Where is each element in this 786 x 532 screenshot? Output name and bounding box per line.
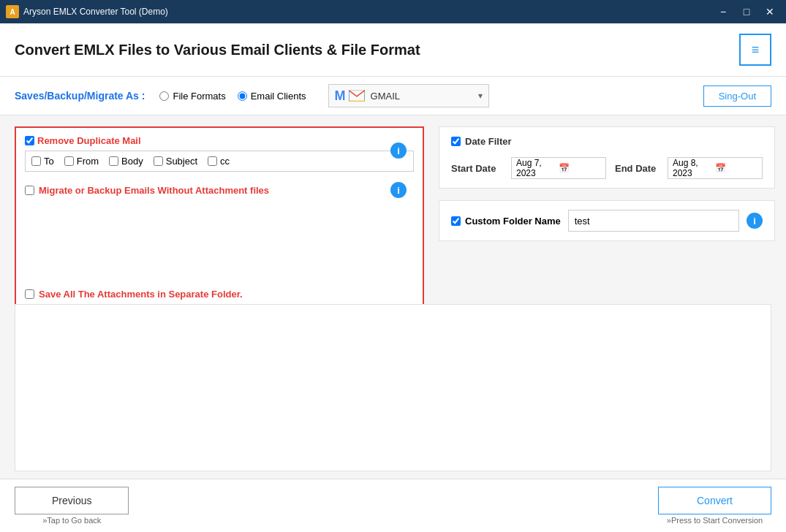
main-content: Convert EMLX Files to Various Email Clie… [0, 23, 786, 532]
custom-folder-label[interactable]: Custom Folder Name [451, 216, 561, 227]
start-calendar-icon[interactable]: 📅 [559, 163, 601, 173]
subject-checkbox[interactable] [154, 156, 163, 166]
signout-button[interactable]: Sing-Out [703, 86, 771, 107]
custom-folder-text: Custom Folder Name [465, 216, 561, 227]
email-clients-input[interactable] [238, 91, 247, 101]
log-area [15, 304, 771, 472]
to-checkbox-item[interactable]: To [31, 156, 54, 167]
from-checkbox-item[interactable]: From [64, 156, 99, 167]
bottom-left: Previous »Tap to Go back [15, 487, 129, 525]
minimize-button[interactable]: − [713, 1, 733, 22]
file-formats-input[interactable] [159, 91, 169, 101]
end-date-label: End Date [615, 163, 659, 174]
gmail-envelope-icon [349, 90, 365, 102]
attachments-section: Save All The Attachments in Separate Fol… [25, 281, 414, 300]
remove-duplicate-label: Remove Duplicate Mail [37, 135, 141, 146]
previous-button[interactable]: Previous [15, 487, 129, 514]
gmail-m-icon: M [335, 88, 346, 104]
title-bar-text: Aryson EMLX Converter Tool (Demo) [23, 7, 713, 17]
end-date-value: Aug 8, 2023 [673, 158, 715, 178]
app-icon: A [6, 5, 19, 18]
cc-checkbox-item[interactable]: cc [208, 156, 230, 167]
gmail-logo: M GMAIL [335, 88, 478, 104]
from-checkbox[interactable] [64, 156, 74, 166]
info-button-folder[interactable]: i [747, 213, 763, 229]
body-checkbox-item[interactable]: Body [109, 156, 143, 167]
radio-group: File Formats Email Clients [159, 91, 306, 102]
attachments-label: Save All The Attachments in Separate Fol… [39, 289, 243, 300]
content-area: Remove Duplicate Mail To From [0, 115, 786, 304]
from-label: From [77, 156, 99, 167]
attachments-checkbox-label[interactable]: Save All The Attachments in Separate Fol… [25, 289, 243, 300]
file-formats-label: File Formats [173, 91, 225, 102]
start-date-input[interactable]: Aug 7, 2023 📅 [511, 157, 606, 179]
email-clients-label: Email Clients [251, 91, 306, 102]
sub-checkboxes: To From Body Subject [25, 151, 414, 172]
migrate-label: Migrate or Backup Emails Without Attachm… [39, 185, 269, 196]
file-formats-radio[interactable]: File Formats [159, 91, 225, 102]
right-panel: Date Filter Start Date Aug 7, 2023 📅 End… [424, 126, 775, 293]
end-date-input[interactable]: Aug 8, 2023 📅 [668, 157, 763, 179]
date-filter-section: Date Filter Start Date Aug 7, 2023 📅 End… [439, 126, 775, 189]
date-filter-label: Date Filter [465, 136, 512, 147]
attachments-checkbox[interactable] [25, 289, 34, 299]
start-date-value: Aug 7, 2023 [516, 158, 559, 178]
remove-duplicate-checkbox[interactable] [25, 136, 34, 145]
gmail-dropdown[interactable]: M GMAIL ▾ [328, 84, 489, 107]
end-calendar-icon[interactable]: 📅 [715, 163, 757, 173]
migrate-checkbox-label[interactable]: Migrate or Backup Emails Without Attachm… [25, 185, 269, 196]
custom-folder-input[interactable] [568, 210, 739, 232]
dropdown-arrow-icon: ▾ [478, 91, 483, 101]
bottom-bar: Previous »Tap to Go back Convert »Press … [0, 479, 786, 532]
previous-sub-text: »Tap to Go back [42, 516, 101, 525]
title-bar: A Aryson EMLX Converter Tool (Demo) − □ … [0, 0, 786, 23]
migrate-checkbox[interactable] [25, 186, 34, 195]
body-label: Body [121, 156, 143, 167]
convert-button[interactable]: Convert [658, 487, 771, 514]
toolbar-row: Saves/Backup/Migrate As : File Formats E… [0, 77, 786, 115]
date-filter-checkbox[interactable] [451, 137, 461, 146]
convert-sub-text: »Press to Start Conversion [667, 516, 763, 525]
left-panel: Remove Duplicate Mail To From [15, 126, 424, 293]
custom-folder-checkbox[interactable] [451, 216, 461, 226]
cc-checkbox[interactable] [208, 156, 217, 166]
cc-label: cc [220, 156, 230, 167]
subject-label: Subject [166, 156, 197, 167]
start-date-label: Start Date [451, 163, 502, 174]
date-filter-header: Date Filter [451, 136, 763, 147]
to-checkbox[interactable] [31, 156, 41, 166]
email-clients-radio[interactable]: Email Clients [238, 91, 306, 102]
body-checkbox[interactable] [109, 156, 118, 166]
options-box: Remove Duplicate Mail To From [15, 126, 424, 304]
gmail-text: GMAIL [371, 91, 400, 102]
menu-button[interactable]: ≡ [739, 34, 771, 66]
app-header: Convert EMLX Files to Various Email Clie… [0, 23, 786, 77]
title-bar-controls: − □ ✕ [713, 1, 780, 22]
info-button-duplicate[interactable]: i [390, 142, 407, 159]
custom-folder-section: Custom Folder Name i [439, 200, 775, 241]
close-button[interactable]: ✕ [760, 1, 780, 22]
bottom-right: Convert »Press to Start Conversion [658, 487, 771, 525]
migrate-section: Migrate or Backup Emails Without Attachm… [25, 172, 414, 208]
to-label: To [44, 156, 54, 167]
date-row: Start Date Aug 7, 2023 📅 End Date Aug 8,… [451, 157, 763, 179]
spacer [25, 208, 414, 281]
remove-duplicate-row: Remove Duplicate Mail [25, 135, 414, 146]
info-button-migrate[interactable]: i [390, 182, 407, 198]
saves-label: Saves/Backup/Migrate As : [15, 90, 145, 102]
maximize-button[interactable]: □ [736, 1, 757, 22]
subject-checkbox-item[interactable]: Subject [154, 156, 197, 167]
page-title: Convert EMLX Files to Various Email Clie… [15, 42, 420, 58]
